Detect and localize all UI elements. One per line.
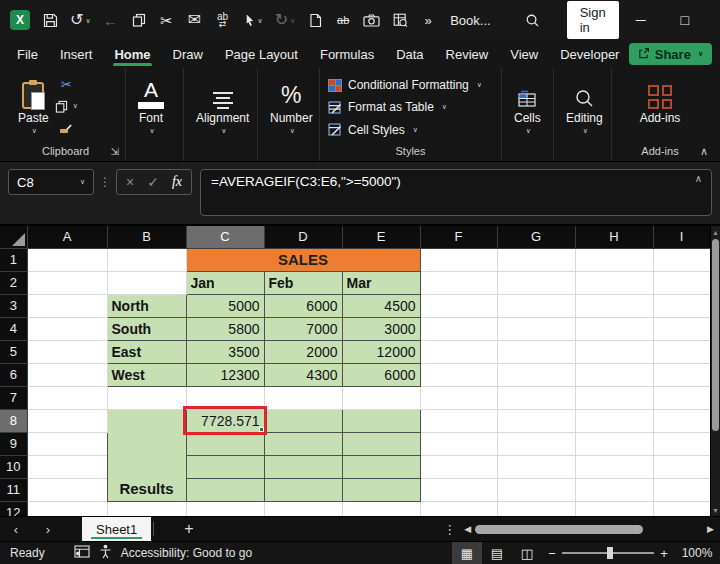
cell-F2[interactable] [420,271,497,294]
vertical-scroll-thumb[interactable] [712,239,719,431]
cell-D4[interactable]: 7000 [264,317,342,340]
cell-H8[interactable] [575,409,653,432]
cell-H9[interactable] [575,432,653,455]
cell-I11[interactable] [653,478,710,501]
scroll-up-icon[interactable]: ▲ [712,226,719,238]
cell-C11[interactable] [186,478,264,501]
camera-icon[interactable] [363,11,380,29]
col-header-C[interactable]: C [186,226,264,248]
cell-I10[interactable] [653,455,710,478]
cell-I4[interactable] [653,317,710,340]
cell-D11[interactable] [264,478,342,501]
cell-A9[interactable] [27,432,107,455]
cell-D5[interactable]: 2000 [264,340,342,363]
cell-G5[interactable] [497,340,575,363]
cell-B7[interactable] [107,386,186,409]
cell-B12[interactable] [107,501,186,516]
cell-A11[interactable] [27,478,107,501]
cell-A6[interactable] [27,363,107,386]
cell-C1[interactable]: SALES [186,248,420,271]
cell-H11[interactable] [575,478,653,501]
zoom-out-button[interactable]: − [542,546,562,561]
save-icon[interactable] [42,11,58,29]
cell-G11[interactable] [497,478,575,501]
cell-H1[interactable] [575,248,653,271]
tab-data[interactable]: Data [385,40,434,68]
cell-D8[interactable] [264,409,342,432]
cell-I3[interactable] [653,294,710,317]
tab-formulas[interactable]: Formulas [309,40,385,68]
cell-G9[interactable] [497,432,575,455]
cut-button[interactable]: ✂ [61,76,72,92]
cell-C10[interactable] [186,455,264,478]
col-header-I[interactable]: I [653,226,710,248]
cell-H10[interactable] [575,455,653,478]
cell-G8[interactable] [497,409,575,432]
cancel-icon[interactable]: × [126,174,134,190]
cell-H4[interactable] [575,317,653,340]
tab-insert[interactable]: Insert [49,40,104,68]
cell-F4[interactable] [420,317,497,340]
paste-button[interactable]: Paste ∨ [12,73,55,142]
insert-function-icon[interactable]: fx [172,174,182,190]
col-header-F[interactable]: F [420,226,497,248]
sheet-options-icon[interactable]: ⋮ [435,522,464,537]
row-header-5[interactable]: 5 [0,340,27,363]
cell-E7[interactable] [342,386,420,409]
cell-I12[interactable] [653,501,710,516]
cell-E2[interactable]: Mar [342,271,420,294]
tab-draw[interactable]: Draw [162,40,214,68]
strike-ab-icon[interactable]: ab [335,11,351,29]
col-header-B[interactable]: B [107,226,186,248]
cell-G10[interactable] [497,455,575,478]
row-header-10[interactable]: 10 [0,455,27,478]
scroll-left-icon[interactable]: ◀ [464,524,471,534]
more-commands-icon[interactable]: » [420,11,436,29]
cell-C12[interactable] [186,501,264,516]
cell-D12[interactable] [264,501,342,516]
cell-E11[interactable] [342,478,420,501]
redo-icon[interactable]: ↻∨ [275,11,296,29]
cell-G1[interactable] [497,248,575,271]
cell-D10[interactable] [264,455,342,478]
cell-D6[interactable]: 4300 [264,363,342,386]
close-button[interactable]: × [707,0,720,40]
number-group[interactable]: % Number ∨ [258,68,320,161]
collapse-ribbon-icon[interactable]: ∧ [700,145,708,158]
copy-button[interactable]: ∨ [55,98,78,114]
cell-E9[interactable] [342,432,420,455]
cell-E6[interactable]: 6000 [342,363,420,386]
cell-A5[interactable] [27,340,107,363]
horizontal-scrollbar[interactable]: ◀ ▶ [464,524,720,535]
search-icon[interactable] [525,11,541,29]
cell-I2[interactable] [653,271,710,294]
cell-C9[interactable] [186,432,264,455]
cell-I8[interactable] [653,409,710,432]
cell-B1[interactable] [107,248,186,271]
minimize-button[interactable]: ─ [619,0,663,40]
cell-F10[interactable] [420,455,497,478]
cell-G3[interactable] [497,294,575,317]
cell-F1[interactable] [420,248,497,271]
select-all-button[interactable] [0,226,27,248]
cell-A1[interactable] [27,248,107,271]
prev-sheet-icon[interactable]: ‹ [0,522,32,537]
cell-H12[interactable] [575,501,653,516]
touch-mode-icon[interactable]: ∨ [243,11,263,29]
cell-C7[interactable] [186,386,264,409]
tab-home[interactable]: Home [103,40,161,68]
cell-A2[interactable] [27,271,107,294]
zoom-slider-thumb[interactable] [607,547,613,559]
cell-D2[interactable]: Feb [264,271,342,294]
accessibility-icon[interactable] [99,544,112,562]
normal-view-button[interactable]: ▦ [452,542,482,564]
vertical-scrollbar[interactable]: ▲ ▼ [710,226,720,516]
editing-group[interactable]: Editing ∨ [554,68,612,161]
tab-file[interactable]: File [6,40,49,68]
macro-record-icon[interactable] [74,545,90,561]
row-header-12[interactable]: 12 [0,501,27,516]
collapse-formula-bar-icon[interactable]: ∧ [695,173,702,184]
cell-G12[interactable] [497,501,575,516]
cell-D9[interactable] [264,432,342,455]
row-header-4[interactable]: 4 [0,317,27,340]
